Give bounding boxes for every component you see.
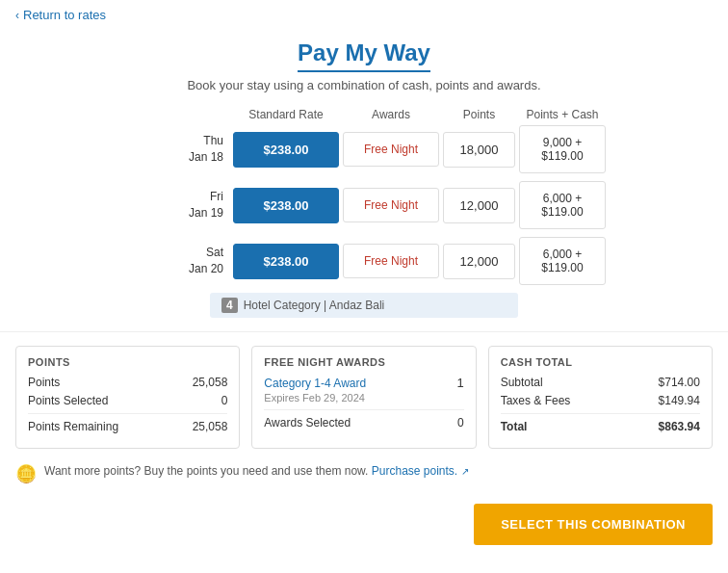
- taxes-value: $149.94: [659, 394, 700, 407]
- rate-table-header: Standard Rate Awards Points Points + Cas…: [152, 108, 576, 121]
- total-value: $863.94: [659, 420, 700, 433]
- points-cell-fri[interactable]: 12,000: [443, 188, 515, 223]
- subtotal-row: Subtotal $714.00: [501, 376, 700, 389]
- points-selected-value: 0: [221, 394, 228, 407]
- buy-points-section: 🪙 Want more points? Buy the points you n…: [0, 456, 728, 494]
- award-count: 1: [456, 376, 463, 390]
- rate-table-wrapper: Standard Rate Awards Points Points + Cas…: [0, 108, 728, 318]
- col-date: [152, 108, 229, 121]
- table-row: Fri Jan 19 $238.00 Free Night 12,000 6,0…: [152, 181, 576, 229]
- external-link-icon: ↗: [461, 466, 469, 477]
- table-row: Sat Jan 20 $238.00 Free Night 12,000 6,0…: [152, 237, 576, 285]
- total-label: Total: [501, 420, 528, 433]
- award-expires: Expires Feb 29, 2024: [264, 392, 463, 404]
- taxes-row: Taxes & Fees $149.94: [501, 394, 700, 407]
- date-label-sat: Sat Jan 20: [152, 245, 229, 277]
- points-divider: [28, 413, 227, 414]
- col-points: Points: [443, 108, 515, 121]
- points-cell-sat[interactable]: 12,000: [443, 244, 515, 279]
- total-row: Total $863.94: [501, 420, 700, 433]
- page-title: Pay My Way: [298, 39, 430, 72]
- awards-selected-value: 0: [457, 416, 464, 430]
- points-value: 25,058: [193, 376, 228, 389]
- awards-cell-fri[interactable]: Free Night: [343, 188, 439, 222]
- subtitle: Book your stay using a combination of ca…: [0, 78, 728, 92]
- award-name: Category 1-4 Award: [264, 377, 366, 390]
- cash-card-title: CASH TOTAL: [501, 356, 700, 368]
- points-remaining-row: Points Remaining 25,058: [28, 420, 227, 433]
- category-number: 4: [221, 298, 238, 313]
- awards-cell-sat[interactable]: Free Night: [343, 244, 439, 278]
- col-points-cash: Points + Cash: [519, 108, 606, 121]
- category-text: Hotel Category | Andaz Bali: [244, 299, 385, 312]
- awards-selected-label: Awards Selected: [264, 416, 351, 430]
- return-to-rates-label: Return to rates: [23, 8, 106, 22]
- cash-card: CASH TOTAL Subtotal $714.00 Taxes & Fees…: [488, 346, 713, 449]
- chevron-left-icon: ‹: [15, 9, 19, 22]
- points-remaining-value: 25,058: [193, 420, 228, 433]
- col-standard-rate: Standard Rate: [233, 108, 339, 121]
- points-card: POINTS Points 25,058 Points Selected 0 P…: [15, 346, 240, 449]
- points-cell-thu[interactable]: 18,000: [443, 132, 515, 168]
- buy-points-text: Want more points? Buy the points you nee…: [44, 462, 469, 480]
- awards-card: FREE NIGHT AWARDS Category 1-4 Award 1 E…: [251, 346, 476, 449]
- subtotal-value: $714.00: [659, 376, 700, 389]
- points-cash-cell-thu[interactable]: 9,000 +$119.00: [519, 125, 606, 173]
- standard-rate-cell-fri[interactable]: $238.00: [233, 188, 339, 223]
- cash-divider: [501, 413, 700, 414]
- select-combination-button[interactable]: SELECT THIS COMBINATION: [474, 504, 713, 545]
- coins-icon: 🪙: [15, 463, 37, 484]
- standard-rate-cell-thu[interactable]: $238.00: [233, 132, 339, 168]
- standard-rate-cell-sat[interactable]: $238.00: [233, 244, 339, 279]
- points-remaining-label: Points Remaining: [28, 420, 118, 433]
- points-row: Points 25,058: [28, 376, 227, 389]
- buy-points-before: Want more points? Buy the points you nee…: [44, 464, 368, 478]
- points-cash-cell-sat[interactable]: 6,000 +$119.00: [519, 237, 606, 285]
- summary-section: POINTS Points 25,058 Points Selected 0 P…: [0, 331, 728, 456]
- points-selected-row: Points Selected 0: [28, 394, 227, 407]
- points-selected-label: Points Selected: [28, 394, 108, 407]
- points-label: Points: [28, 376, 60, 389]
- awards-cell-thu[interactable]: Free Night: [343, 132, 439, 167]
- subtotal-label: Subtotal: [501, 376, 543, 389]
- footer-section: SELECT THIS COMBINATION: [0, 494, 728, 559]
- title-section: Pay My Way Book your stay using a combin…: [0, 30, 728, 98]
- rate-table: Standard Rate Awards Points Points + Cas…: [152, 108, 576, 318]
- table-row: Thu Jan 18 $238.00 Free Night 18,000 9,0…: [152, 125, 576, 173]
- taxes-label: Taxes & Fees: [501, 394, 571, 407]
- category-banner: 4 Hotel Category | Andaz Bali: [152, 293, 576, 318]
- category-info: 4 Hotel Category | Andaz Bali: [210, 293, 518, 318]
- date-label-thu: Thu Jan 18: [152, 133, 229, 166]
- date-label-fri: Fri Jan 19: [152, 189, 229, 221]
- points-cash-cell-fri[interactable]: 6,000 +$119.00: [519, 181, 606, 229]
- purchase-points-link[interactable]: Purchase points. ↗: [372, 464, 469, 478]
- return-to-rates-link[interactable]: ‹ Return to rates: [0, 0, 728, 30]
- awards-divider: [264, 409, 463, 410]
- awards-card-title: FREE NIGHT AWARDS: [264, 356, 463, 368]
- col-awards: Awards: [343, 108, 439, 121]
- points-card-title: POINTS: [28, 356, 227, 368]
- awards-selected-row: Awards Selected 0: [264, 416, 463, 430]
